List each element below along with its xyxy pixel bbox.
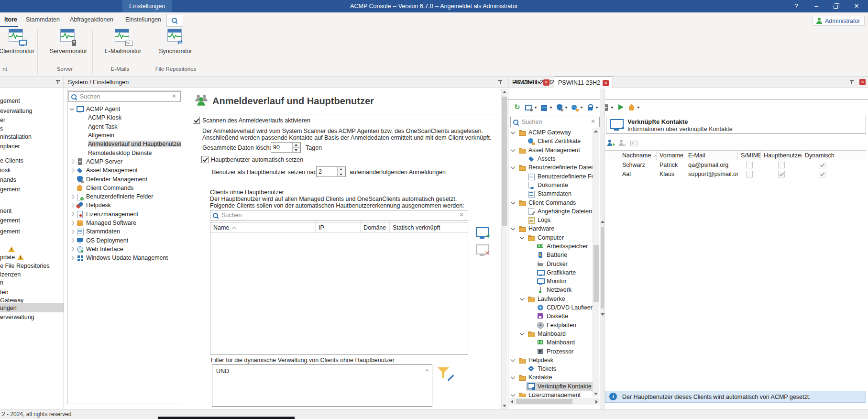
client-tree-vscrollbar[interactable] <box>593 128 599 397</box>
settings-scrollbar[interactable] <box>501 89 507 409</box>
sidebar-item[interactable]: ungen <box>0 303 64 312</box>
client-tree-item[interactable]: Prozessor <box>509 347 593 355</box>
client-tree-item[interactable]: Hardware <box>509 224 593 233</box>
client-tree-item[interactable]: Arbeitsspeicher <box>509 242 593 251</box>
sidebar-item[interactable]: gement <box>0 227 64 236</box>
client-tree-item[interactable]: Mainboard <box>509 330 593 338</box>
add-client-button[interactable]: + <box>474 226 491 240</box>
contacts-column-header[interactable]: E-Mail <box>685 151 738 160</box>
client-tree-item[interactable]: Verknüpfte Kontakte <box>509 382 593 391</box>
client-tree-item[interactable]: Monitor <box>509 277 593 286</box>
ribbon-tab-abfrageaktionen[interactable]: Abfrageaktionen <box>69 12 114 27</box>
column-header-domaene[interactable]: Domäne <box>361 222 390 232</box>
chevron-right-icon[interactable] <box>70 229 75 234</box>
certificates-button[interactable] <box>571 104 583 111</box>
client-tree-item[interactable]: Lizenzmanagement <box>509 391 593 397</box>
client-tree-hscrollbar[interactable] <box>509 398 599 405</box>
client-commands-button[interactable] <box>628 104 640 111</box>
spin-down-icon[interactable] <box>293 148 300 153</box>
settings-tree-item[interactable]: Allgemein <box>67 131 181 140</box>
contact-card-button[interactable] <box>630 139 637 147</box>
chevron-down-icon[interactable] <box>511 226 516 231</box>
chevron-right-icon[interactable] <box>70 247 75 252</box>
client-tree-item[interactable]: Batterie <box>509 251 593 259</box>
client-tree-item[interactable]: Client Zertifikate <box>509 137 593 145</box>
sidebar-item[interactable]: nands <box>0 175 64 184</box>
settings-tree-item[interactable]: Helpdesk <box>67 201 181 210</box>
sidebar-item[interactable]: n <box>0 278 64 287</box>
settings-tree-item[interactable]: ACMP Agent <box>67 105 181 113</box>
chevron-down-icon[interactable] <box>520 331 525 336</box>
pin-icon[interactable] <box>848 78 856 86</box>
close-tab-icon[interactable] <box>543 79 549 86</box>
close-panel-icon[interactable] <box>859 79 866 85</box>
chevron-right-icon[interactable] <box>70 221 75 225</box>
chevron-down-icon[interactable] <box>511 199 516 204</box>
settings-tree-item[interactable]: Stammdaten <box>67 227 181 236</box>
settings-tree-item[interactable]: Agent Task <box>67 122 181 131</box>
settings-tree-item[interactable]: OS Deployment <box>67 236 181 244</box>
filter-editor[interactable]: UND <box>212 364 432 407</box>
chevron-down-icon[interactable] <box>511 357 516 362</box>
chevron-down-icon[interactable] <box>520 234 525 239</box>
sidebar-item[interactable]: everwaltung <box>0 106 64 115</box>
contacts-column-header[interactable]: Hauptbenutzer <box>761 151 802 160</box>
lock-button[interactable] <box>586 104 598 111</box>
chevron-right-icon[interactable] <box>70 255 75 260</box>
client-tree-item[interactable]: Drucker <box>509 259 593 268</box>
client-tree-item[interactable]: Angehängte Dateien <box>509 207 593 216</box>
settings-tree-item[interactable]: Defender Management <box>67 175 181 183</box>
sidebar-item[interactable]: ninstallation <box>0 132 64 141</box>
chevron-right-icon[interactable] <box>70 238 75 243</box>
ribbon-tab-monitore[interactable]: itore <box>0 12 18 27</box>
ribbon-button-syncmonitor[interactable]: Syncmonitor <box>155 29 196 66</box>
clear-icon[interactable] <box>458 211 466 219</box>
client-tree-item[interactable]: Helpdesk <box>509 356 593 364</box>
client-tree-item[interactable]: Stammdaten <box>509 189 593 198</box>
chevron-down-icon[interactable] <box>511 130 516 134</box>
spin-down-icon[interactable] <box>338 172 345 177</box>
client-tree-item[interactable]: Computer <box>509 233 593 242</box>
chevron-down-icon[interactable] <box>511 375 516 379</box>
sidebar-item[interactable]: e File Repositories <box>0 261 64 270</box>
settings-tree-item[interactable]: ACMP Kiosk <box>67 113 181 122</box>
client-tree-item[interactable]: Netzwerk <box>509 286 593 294</box>
client-tree-item[interactable]: Festplatten <box>509 321 593 330</box>
client-tree-item[interactable]: Laufwerke <box>509 295 593 303</box>
client-tree-item[interactable]: Kontakte <box>509 373 593 382</box>
client-tree-item[interactable]: Logs <box>509 216 593 224</box>
chevron-down-icon[interactable] <box>520 296 525 300</box>
sidebar-item[interactable]: nent <box>0 206 64 215</box>
minimize-button[interactable]: – <box>808 0 824 12</box>
client-tree-item[interactable]: Tickets <box>509 364 593 373</box>
settings-tree-item[interactable]: Managed Software <box>67 219 181 227</box>
contacts-column-header[interactable]: Vorname <box>657 151 685 160</box>
chevron-down-icon[interactable] <box>511 147 516 152</box>
contacts-column-header[interactable]: Nachname <box>619 151 657 160</box>
run-button[interactable] <box>617 104 625 111</box>
sidebar-item[interactable]: e Clients <box>0 156 64 165</box>
close-tab-icon[interactable] <box>603 80 609 86</box>
pin-icon[interactable] <box>496 78 504 86</box>
refresh-button[interactable] <box>514 104 522 111</box>
client-tree-item[interactable]: Grafikkarte <box>509 268 593 277</box>
sidebar-item[interactable]: pdate <box>0 253 64 262</box>
remove-contact-button[interactable]: ✕ <box>618 139 626 147</box>
delete-after-spinner[interactable]: 90 <box>271 142 301 153</box>
chevron-right-icon[interactable] <box>70 168 75 173</box>
client-tree-item[interactable]: Diskette <box>509 312 593 320</box>
ribbon-tab-stammdaten[interactable]: Stammdaten <box>25 12 61 27</box>
spin-up-icon[interactable] <box>338 167 345 172</box>
column-header-ip[interactable]: IP <box>316 222 361 232</box>
administrator-button[interactable]: Administrator <box>812 16 865 26</box>
settings-tree-item[interactable]: Benutzerdefinierte Felder <box>67 192 181 201</box>
settings-tree-item[interactable]: Remotedesktop Dienste <box>67 148 181 157</box>
scrollbar-thumb[interactable] <box>502 97 507 226</box>
close-button[interactable]: ✕ <box>848 0 865 12</box>
tab-pswin11-23h2[interactable]: PSWIN11-23H2 <box>554 77 613 88</box>
client-tree-item[interactable]: Benutzerdefinierte Daten <box>509 163 593 172</box>
chevron-right-icon[interactable] <box>70 194 75 199</box>
client-tree-item[interactable]: ACMP Gateway <box>509 128 593 137</box>
sidebar-item[interactable]: erverwaltung <box>0 312 64 321</box>
defender-button[interactable] <box>556 104 568 111</box>
